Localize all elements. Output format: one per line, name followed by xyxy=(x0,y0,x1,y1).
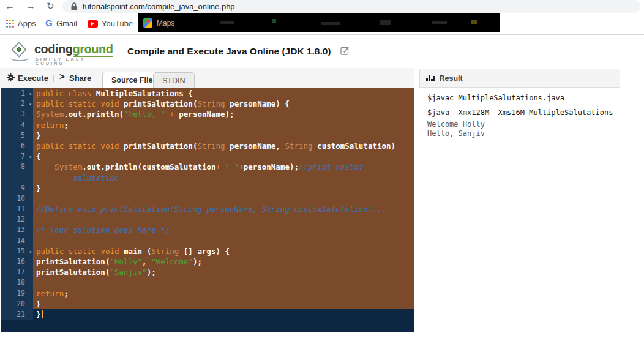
redacted-bookmarks-strip: Maps xyxy=(138,13,500,32)
code-text[interactable]: printSalutation("Sanjiv"); xyxy=(33,267,414,277)
header-divider xyxy=(121,43,121,59)
code-text[interactable]: } xyxy=(33,309,414,320)
line-number: 7▾ xyxy=(1,151,33,162)
line-number: 2▾ xyxy=(1,99,33,109)
code-line[interactable]: 2▾public static void printSalutation(Str… xyxy=(1,99,414,109)
bookmark-maps[interactable]: Maps xyxy=(157,19,174,28)
text-cursor xyxy=(42,310,43,318)
code-line[interactable]: 8 System.out.println(customSalutation+ "… xyxy=(1,162,414,172)
tab-stdin[interactable]: STDIN xyxy=(153,72,195,88)
code-text[interactable]: { xyxy=(33,151,414,162)
edit-title-icon[interactable] xyxy=(340,46,350,55)
result-panel-header: Result xyxy=(419,69,620,88)
code-text[interactable]: } xyxy=(33,183,414,193)
code-line[interactable]: 10 xyxy=(1,193,414,204)
codingground-logo[interactable]: codingground SIMPLY EASY CODING xyxy=(10,40,117,64)
result-command-line: $java -Xmx128M -Xms16M MultipleSalutatio… xyxy=(427,108,620,118)
code-line[interactable]: 20} xyxy=(1,299,414,309)
bookmark-youtube[interactable]: YouTube xyxy=(102,19,133,28)
site-header: codingground SIMPLY EASY CODING Compile … xyxy=(0,36,644,67)
maps-icon[interactable] xyxy=(143,18,152,28)
fold-arrow-icon[interactable]: ▾ xyxy=(29,152,32,162)
code-line[interactable]: 12 xyxy=(1,214,414,225)
line-number: 12 xyxy=(1,214,33,225)
line-number: 16 xyxy=(1,257,33,267)
code-line[interactable]: 3System.out.println("Hello, " + personNa… xyxy=(1,109,414,119)
line-number: 9 xyxy=(1,183,33,193)
code-line[interactable]: 5} xyxy=(1,130,414,141)
line-number: 20 xyxy=(1,299,33,309)
code-line[interactable]: 4return; xyxy=(1,120,414,130)
code-text[interactable] xyxy=(33,236,414,246)
code-line[interactable]: 11//Define void printSalutation(String p… xyxy=(1,204,414,214)
code-line[interactable]: 13/* Your solution goes here */ xyxy=(1,225,414,235)
code-line[interactable]: 6public static void printSalutation(Stri… xyxy=(1,141,414,151)
result-output: $javac MultipleSalutations.java$java -Xm… xyxy=(419,88,620,138)
execute-button[interactable]: Execute xyxy=(18,73,48,83)
code-text[interactable]: public static void main (String [] args)… xyxy=(33,246,414,257)
code-line[interactable]: 14 xyxy=(1,236,414,246)
back-icon[interactable]: ← xyxy=(5,0,15,12)
logo-wordmark: codingground xyxy=(34,42,113,56)
code-line[interactable]: 9} xyxy=(1,183,414,193)
code-text[interactable]: System.out.println("Hello, " + personNam… xyxy=(33,109,414,119)
code-text[interactable]: } xyxy=(33,130,414,141)
bookmark-gmail[interactable]: Gmail xyxy=(56,19,77,28)
fold-arrow-icon[interactable]: ▾ xyxy=(29,247,32,257)
code-text[interactable]: salutation xyxy=(33,173,414,183)
code-text[interactable]: printSalutation("Holly", "Welcome"); xyxy=(33,257,414,267)
code-line[interactable]: 17printSalutation("Sanjiv"); xyxy=(1,267,414,277)
code-line[interactable]: 1▾public class MultipleSalutations { xyxy=(1,88,414,99)
line-number: 6 xyxy=(1,141,33,151)
code-text[interactable] xyxy=(33,193,414,204)
code-editor[interactable]: 1▾public class MultipleSalutations {2▾pu… xyxy=(1,88,414,332)
bookmarks-bar: Apps G Gmail YouTube Maps xyxy=(0,13,644,35)
code-line[interactable]: 21} xyxy=(1,309,414,320)
lock-icon xyxy=(71,2,77,10)
code-text[interactable]: public class MultipleSalutations { xyxy=(33,88,414,99)
bar-chart-icon xyxy=(426,75,435,81)
code-line[interactable]: salutation xyxy=(1,173,414,183)
line-number: 15▾ xyxy=(1,246,33,257)
line-number xyxy=(1,173,33,183)
code-text[interactable]: } xyxy=(33,299,414,309)
code-text[interactable]: public static void printSalutation(Strin… xyxy=(33,141,414,151)
line-number: 13 xyxy=(1,225,33,235)
code-text[interactable]: System.out.println(customSalutation+ " "… xyxy=(33,162,414,172)
page-title: Compile and Execute Java Online (JDK 1.8… xyxy=(127,46,331,57)
apps-grid-icon[interactable] xyxy=(6,20,14,28)
address-bar[interactable]: tutorialspoint.com/compile_java_online.p… xyxy=(62,0,640,13)
code-line[interactable]: 15▾public static void main (String [] ar… xyxy=(1,246,414,257)
toolbar-separator: | xyxy=(53,73,54,82)
line-number: 1▾ xyxy=(1,88,33,99)
reload-icon[interactable]: ↻ xyxy=(47,0,54,12)
code-line[interactable]: 19return; xyxy=(1,288,414,299)
result-command-line: $javac MultipleSalutations.java xyxy=(427,94,620,103)
line-number: 19 xyxy=(1,288,33,299)
share-button[interactable]: Share xyxy=(69,73,91,83)
share-arrow-icon[interactable]: > xyxy=(59,71,65,81)
code-text[interactable]: return; xyxy=(33,120,414,130)
code-text[interactable] xyxy=(33,277,414,288)
youtube-icon xyxy=(88,20,98,28)
gear-icon[interactable] xyxy=(6,73,15,84)
fold-arrow-icon[interactable]: ▾ xyxy=(29,99,32,110)
code-text[interactable]: /* Your solution goes here */ xyxy=(33,225,414,235)
forward-icon[interactable]: → xyxy=(26,0,36,12)
line-number: 21 xyxy=(1,309,33,320)
code-line[interactable]: 7▾{ xyxy=(1,151,414,162)
logo-tagline: SIMPLY EASY CODING xyxy=(36,57,117,66)
google-g-icon: G xyxy=(45,18,53,28)
line-number: 5 xyxy=(1,130,33,141)
screen: ← → ↻ tutorialspoint.com/compile_java_on… xyxy=(0,0,644,360)
editor-toolbar: Execute | > Share Source File STDIN xyxy=(0,68,414,88)
code-text[interactable]: public static void printSalutation(Strin… xyxy=(33,99,414,109)
fold-arrow-icon[interactable]: ▾ xyxy=(29,89,32,99)
code-line[interactable]: 18 xyxy=(1,277,414,288)
code-text[interactable] xyxy=(33,214,414,225)
bookmark-apps[interactable]: Apps xyxy=(18,19,36,28)
code-text[interactable]: //Define void printSalutation(String per… xyxy=(33,204,414,214)
code-line[interactable]: 16printSalutation("Holly", "Welcome"); xyxy=(1,257,414,267)
line-number: 11 xyxy=(1,204,33,214)
code-text[interactable]: return; xyxy=(33,288,414,299)
